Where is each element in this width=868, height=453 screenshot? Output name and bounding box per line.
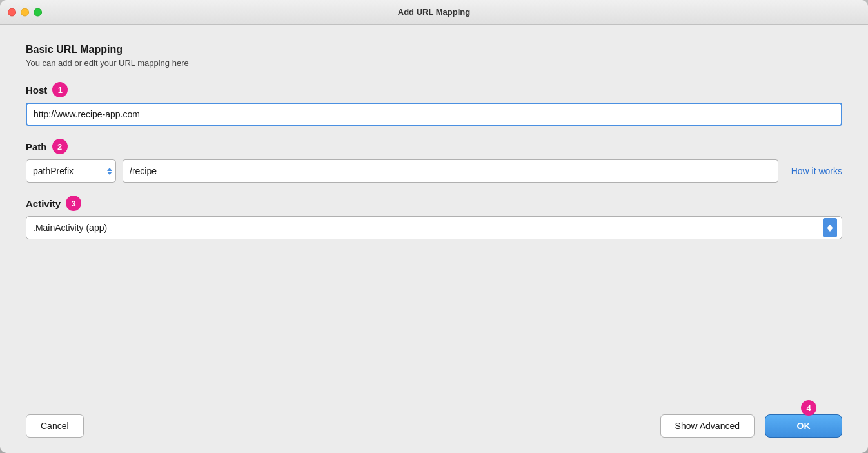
section-subtitle: You can add or edit your URL mapping her… xyxy=(26,58,842,68)
host-badge: 1 xyxy=(52,82,68,97)
minimize-button[interactable] xyxy=(21,8,29,16)
path-label: Path xyxy=(26,141,47,152)
path-row: pathPrefix pathPattern path How it works xyxy=(26,159,842,183)
traffic-lights xyxy=(8,8,42,16)
ok-button[interactable]: OK xyxy=(765,414,842,438)
host-input[interactable] xyxy=(26,103,842,126)
main-content: Basic URL Mapping You can add or edit yo… xyxy=(0,25,868,404)
window-title: Add URL Mapping xyxy=(398,7,470,17)
path-label-row: Path 2 xyxy=(26,139,842,154)
path-field-group: Path 2 pathPrefix pathPattern path Ho xyxy=(26,139,842,183)
activity-select[interactable]: .MainActivity (app) xyxy=(26,216,842,239)
host-label-row: Host 1 xyxy=(26,82,842,97)
path-value-input[interactable] xyxy=(123,159,778,183)
activity-select-wrapper: .MainActivity (app) xyxy=(26,216,842,239)
activity-label-row: Activity 3 xyxy=(26,196,842,211)
dialog-footer: Cancel Show Advanced 4 OK xyxy=(0,404,868,453)
how-it-works-link[interactable]: How it works xyxy=(791,166,842,176)
titlebar: Add URL Mapping xyxy=(0,0,868,25)
show-advanced-button[interactable]: Show Advanced xyxy=(660,414,755,438)
activity-label: Activity xyxy=(26,198,61,209)
maximize-button[interactable] xyxy=(34,8,42,16)
ok-button-wrapper: 4 OK xyxy=(765,414,842,438)
ok-badge: 4 xyxy=(801,400,816,416)
path-badge: 2 xyxy=(52,139,68,154)
path-type-select-wrapper: pathPrefix pathPattern path xyxy=(26,159,116,183)
footer-right: Show Advanced 4 OK xyxy=(660,414,842,438)
host-field-group: Host 1 xyxy=(26,82,842,126)
dialog-window: Add URL Mapping Basic URL Mapping You ca… xyxy=(0,0,868,453)
section-title: Basic URL Mapping xyxy=(26,44,842,55)
host-label: Host xyxy=(26,85,47,96)
path-type-select[interactable]: pathPrefix pathPattern path xyxy=(26,159,116,183)
activity-field-group: Activity 3 .MainActivity (app) xyxy=(26,196,842,239)
activity-badge: 3 xyxy=(66,196,81,211)
cancel-button[interactable]: Cancel xyxy=(26,414,84,438)
close-button[interactable] xyxy=(8,8,16,16)
